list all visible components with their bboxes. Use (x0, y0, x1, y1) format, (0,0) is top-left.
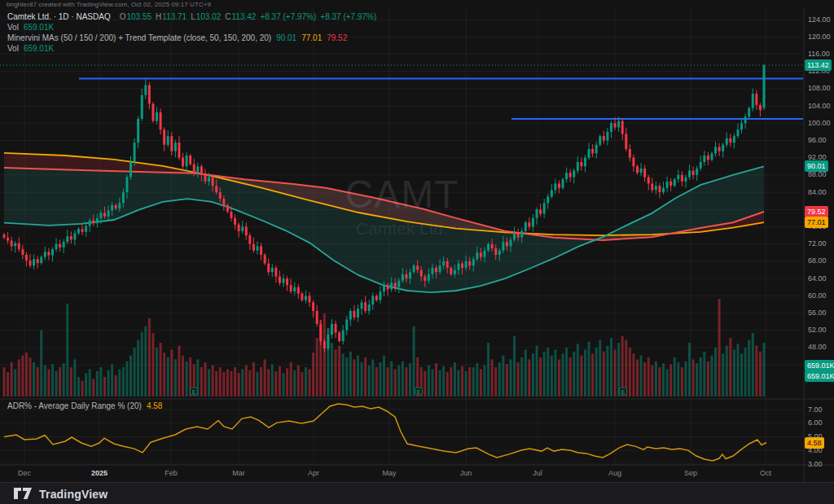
legend-volume-row[interactable]: Vol659.01K (7, 22, 376, 33)
volume-bar (558, 359, 560, 397)
earnings-marker-letter: E (621, 389, 626, 395)
time-axis-label: Apr (296, 469, 331, 477)
volume-bar (338, 346, 340, 397)
volume-bar (245, 366, 248, 397)
volume-bar (234, 367, 236, 397)
volume-bar (118, 369, 121, 397)
volume-bar (439, 370, 441, 397)
candle-body (238, 225, 240, 231)
volume-bar (726, 346, 728, 397)
price-tick-label: 100.00 (808, 119, 831, 128)
volume-bar (457, 370, 459, 397)
volume-bar (729, 338, 731, 397)
candle-body (212, 177, 214, 186)
close-value: 113.42 (232, 12, 257, 21)
volume-bar (591, 353, 594, 397)
volume-bar (688, 343, 691, 397)
volume-bar (301, 372, 303, 397)
volume-bar (428, 366, 430, 397)
candle-body (744, 116, 747, 123)
volume-bar (167, 357, 169, 397)
sma150-value: 79.52 (327, 33, 347, 42)
volume-bar (89, 369, 91, 397)
candle-body (402, 274, 404, 281)
volume-bar (394, 369, 397, 397)
volume-bar (472, 367, 475, 397)
volume-bar (40, 330, 42, 397)
volume-bar (151, 333, 154, 397)
volume-bar (160, 343, 162, 397)
candle-body (726, 138, 728, 145)
change-extended-value: +8.37 (+7.97%) (320, 12, 376, 21)
candle-body (222, 199, 225, 205)
candle-body (565, 173, 568, 179)
volume-bar (498, 362, 501, 397)
candle-body (40, 257, 42, 263)
tradingview-logo[interactable]: TradingView (13, 487, 108, 501)
volume-bar (662, 363, 665, 397)
volume-bar (480, 369, 482, 397)
candle-body (342, 331, 345, 341)
volume-bar (483, 366, 485, 397)
volume-bar (21, 356, 24, 397)
candle-body (573, 171, 575, 177)
time-axis-label: Mar (221, 469, 257, 477)
candle-body (729, 138, 731, 142)
volume-bar (513, 336, 516, 397)
candle-body (461, 264, 463, 268)
candle-body (327, 335, 329, 348)
candle-body (319, 324, 322, 341)
price-tick-label: 104.00 (808, 102, 831, 111)
candle-body (51, 249, 54, 255)
candle-body (163, 129, 165, 145)
candle-body (63, 242, 65, 248)
candle-body (510, 239, 512, 246)
volume-bar (710, 356, 713, 397)
volume-bar (643, 362, 646, 397)
volume-bar (748, 340, 750, 397)
candle-body (640, 169, 643, 173)
volume-bar (226, 369, 229, 397)
candle-body (543, 203, 546, 213)
volume-label: Vol (7, 23, 19, 32)
volume-bar (342, 353, 345, 397)
candle-body (387, 285, 389, 289)
tradingview-logo-text: TradingView (39, 488, 108, 501)
candle-body (245, 227, 248, 236)
volume-bar (208, 369, 210, 397)
candle-body (312, 302, 314, 311)
price-tick-label: 64.00 (808, 274, 827, 283)
volume-bar (137, 340, 139, 397)
earnings-marker-letter: E (192, 389, 196, 395)
candle-body (536, 209, 538, 218)
candle-body (655, 186, 657, 190)
volume-bar (446, 372, 449, 397)
volume-bar (156, 348, 158, 397)
volume-bar (18, 359, 20, 397)
candle-body (558, 183, 560, 187)
volume-bar (759, 352, 762, 397)
legend-volume2-row[interactable]: Vol659.01K (7, 43, 376, 54)
legend-symbol-row[interactable]: Camtek Ltd. · 1D · NASDAQO103.55H113.71L… (7, 11, 376, 22)
candle-body (546, 196, 549, 203)
adr-indicator-row[interactable]: ADR% - Average Daily Range % (20)4.58 (7, 401, 162, 411)
candle-body (156, 112, 158, 121)
candle-body (740, 123, 743, 129)
candle-body (371, 296, 374, 305)
time-axis-label: Oct (748, 469, 784, 477)
volume-bar (37, 367, 39, 397)
price-axis[interactable]: 44.0048.0052.0056.0060.0064.0068.0072.00… (805, 8, 834, 482)
volume-bar (312, 353, 314, 397)
candle-body (267, 264, 270, 273)
legend-minervini-row[interactable]: Minervini MAs (50 / 150 / 200) + Trend T… (7, 33, 376, 43)
chart-canvas[interactable]: EEE (0, 0, 834, 504)
candle-body (196, 166, 199, 173)
volume-bar (577, 344, 579, 397)
candle-body (3, 234, 6, 238)
time-axis[interactable]: Dec2025FebMarAprMayJunJulAugSepOct (0, 465, 804, 482)
candle-body (134, 142, 136, 162)
candle-body (234, 218, 236, 225)
volume-bar (252, 362, 255, 397)
volume-bar (684, 362, 687, 397)
candle-body (420, 270, 423, 277)
